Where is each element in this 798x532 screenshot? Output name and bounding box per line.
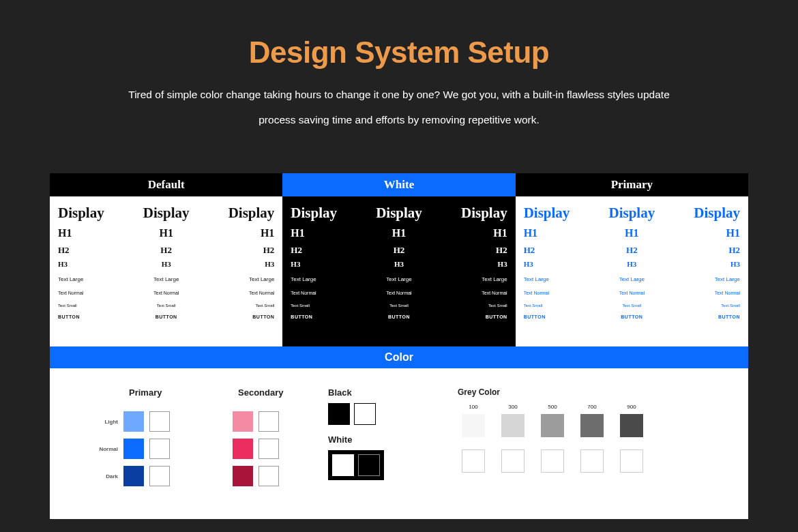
grey-color-column: Grey Color 100300500700900	[458, 387, 748, 492]
black-filled	[328, 403, 350, 425]
type-sample: H1	[392, 227, 406, 239]
black-outline	[354, 403, 376, 425]
type-sample: BUTTON	[524, 314, 546, 319]
type-sample: Text Large	[524, 276, 549, 282]
type-sample: Text Small	[524, 304, 543, 308]
type-sample: H1	[625, 227, 638, 239]
grey-swatch	[462, 414, 485, 437]
primary-color-column: Primary Light Normal Dark	[89, 387, 212, 492]
type-sample: H3	[627, 260, 636, 268]
type-sample: Text Normal	[386, 291, 411, 295]
grey-label: Grey Color	[458, 387, 748, 397]
type-column: DisplayH1H2H3Text LargeText NormalText S…	[360, 196, 438, 346]
header-primary: Primary	[516, 173, 748, 196]
type-sample: Display	[228, 206, 275, 220]
grey-label-value: 900	[620, 404, 643, 410]
type-sample: Text Normal	[153, 291, 179, 295]
type-sample: H2	[524, 245, 535, 256]
secondary-normal-row	[198, 437, 321, 460]
primary-light-row: Light	[89, 410, 212, 433]
black-label: Black	[328, 387, 451, 398]
typography-default: DisplayH1H2H3Text LargeText NormalText S…	[50, 196, 282, 346]
type-sample: H3	[524, 260, 533, 268]
type-sample: Text Large	[153, 276, 179, 282]
black-white-column: Black White	[328, 387, 451, 492]
type-sample: Display	[461, 206, 507, 220]
type-sample: H3	[58, 260, 68, 268]
secondary-dark-swatch	[233, 466, 253, 486]
white-label: White	[328, 434, 451, 445]
type-sample: Text Normal	[249, 291, 274, 295]
primary-dark-swatch	[123, 466, 144, 486]
type-column: DisplayH1H2H3Text LargeText NormalText S…	[282, 196, 360, 346]
type-sample: Text Small	[488, 304, 507, 308]
type-sample: H3	[291, 260, 300, 268]
type-sample: BUTTON	[58, 314, 80, 319]
type-sample: Text Large	[291, 276, 316, 282]
type-sample: Text Large	[386, 276, 411, 282]
type-sample: H3	[265, 260, 274, 268]
color-section-header: Color	[50, 346, 748, 368]
type-sample: Text Normal	[58, 291, 83, 295]
type-sample: H1	[524, 227, 537, 239]
type-sample: Text Small	[622, 304, 641, 308]
type-sample: BUTTON	[252, 314, 274, 319]
grey-scale-row-filled	[462, 414, 748, 437]
type-sample: H1	[159, 227, 173, 239]
type-sample: Text Normal	[291, 291, 316, 295]
type-sample: Display	[694, 206, 740, 220]
grey-label-value: 700	[580, 404, 604, 410]
grey-scale-labels: 100300500700900	[462, 404, 748, 410]
type-sample: H3	[394, 260, 404, 268]
typography-primary: DisplayH1H2H3Text LargeText NormalText S…	[516, 196, 748, 346]
grey-label-value: 300	[501, 404, 524, 410]
header-default: Default	[50, 173, 282, 196]
secondary-light-swatch	[233, 411, 253, 432]
secondary-normal-swatch	[233, 439, 253, 459]
type-sample: Text Normal	[524, 291, 549, 295]
type-sample: Text Large	[58, 276, 83, 282]
grey-swatch	[620, 414, 643, 437]
type-sample: Text Small	[157, 304, 176, 308]
row-label-dark: Dark	[89, 473, 123, 479]
type-sample: Display	[376, 206, 422, 220]
type-column: DisplayH1H2H3Text LargeText NormalText S…	[50, 196, 128, 346]
type-sample: H2	[496, 245, 507, 256]
type-sample: Display	[58, 206, 104, 220]
color-section-body: Primary Light Normal Dark Secondary	[50, 368, 748, 519]
type-sample: Text Large	[619, 276, 645, 282]
type-sample: H2	[58, 245, 70, 256]
type-sample: H1	[493, 227, 507, 239]
type-sample: Display	[291, 206, 337, 220]
type-sample: H1	[58, 227, 72, 239]
primary-normal-swatch	[123, 439, 144, 459]
type-sample: Display	[524, 206, 570, 220]
type-sample: H2	[263, 245, 275, 256]
type-sample: Display	[143, 206, 190, 220]
grey-swatch	[541, 414, 564, 437]
typography-white: DisplayH1H2H3Text LargeText NormalText S…	[282, 196, 515, 346]
type-sample: Text Large	[482, 276, 507, 282]
type-sample: BUTTON	[486, 314, 507, 319]
type-sample: H2	[160, 245, 172, 256]
secondary-dark-outline	[258, 466, 279, 486]
type-sample: Text Small	[389, 304, 409, 308]
grey-swatch-outline	[580, 449, 604, 473]
white-outline	[358, 454, 380, 476]
type-sample: H2	[394, 245, 405, 256]
type-column: DisplayH1H2H3Text LargeText NormalText S…	[205, 196, 283, 346]
type-sample: Text Large	[249, 276, 274, 282]
grey-swatch-outline	[620, 449, 643, 473]
grey-label-value: 100	[462, 404, 485, 410]
page-subtitle: Tired of simple color change taking hour…	[113, 70, 685, 132]
row-label-light: Light	[89, 419, 123, 425]
type-sample: Text Small	[58, 304, 77, 308]
grey-swatch	[580, 414, 604, 437]
grey-swatch-outline	[501, 449, 524, 473]
type-sample: H2	[626, 245, 638, 256]
white-swatches	[328, 450, 384, 480]
grey-swatch	[501, 414, 524, 437]
header-white: White	[282, 173, 515, 196]
type-sample: BUTTON	[621, 314, 642, 319]
primary-light-swatch	[123, 411, 144, 432]
